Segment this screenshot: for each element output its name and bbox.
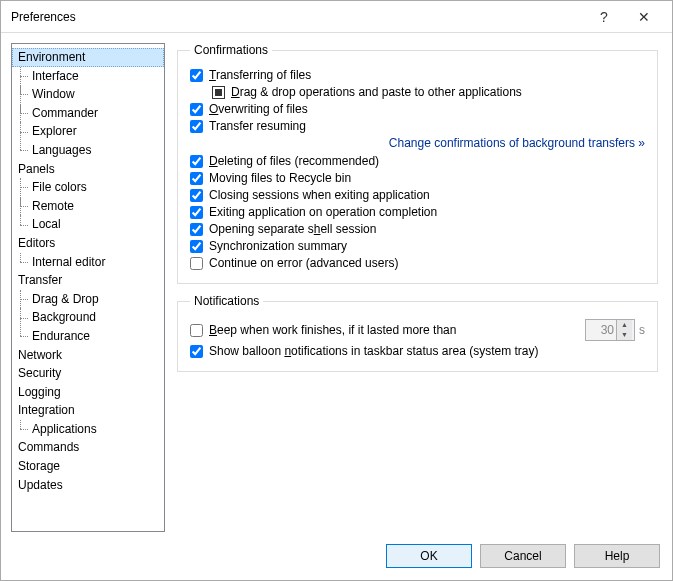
lbl-closing: Closing sessions when exiting applicatio…: [209, 188, 430, 202]
chk-transferring[interactable]: [190, 69, 203, 82]
unit-label: s: [639, 323, 645, 337]
tree-interface[interactable]: Interface: [12, 67, 164, 86]
chk-deleting[interactable]: [190, 155, 203, 168]
tree-internal-editor[interactable]: Internal editor: [12, 253, 164, 272]
tree-languages[interactable]: Languages: [12, 141, 164, 160]
chk-overwriting[interactable]: [190, 103, 203, 116]
lbl-sync: Synchronization summary: [209, 239, 347, 253]
lbl-beep: Beep when work finishes, if it lasted mo…: [209, 323, 456, 337]
tree-storage[interactable]: Storage: [12, 457, 164, 476]
tree-window[interactable]: Window: [12, 85, 164, 104]
help-icon[interactable]: ?: [584, 2, 624, 32]
tree-endurance[interactable]: Endurance: [12, 327, 164, 346]
chk-sync[interactable]: [190, 240, 203, 253]
lbl-overwriting: Overwriting of files: [209, 102, 308, 116]
tree-integration[interactable]: Integration: [12, 401, 164, 420]
tree-commands[interactable]: Commands: [12, 438, 164, 457]
tree-logging[interactable]: Logging: [12, 383, 164, 402]
chk-beep[interactable]: [190, 324, 203, 337]
dialog-buttons: OK Cancel Help: [1, 532, 672, 580]
confirmations-legend: Confirmations: [190, 43, 272, 57]
tree-security[interactable]: Security: [12, 364, 164, 383]
lbl-moving: Moving files to Recycle bin: [209, 171, 351, 185]
chk-dragdrop[interactable]: [212, 86, 225, 99]
ok-button[interactable]: OK: [386, 544, 472, 568]
notifications-legend: Notifications: [190, 294, 263, 308]
tree-file-colors[interactable]: File colors: [12, 178, 164, 197]
lbl-dragdrop: Drag & drop operations and paste to othe…: [231, 85, 522, 99]
preferences-dialog: Preferences ? ✕ Environment Interface Wi…: [0, 0, 673, 581]
tree-background[interactable]: Background: [12, 308, 164, 327]
tree-transfer[interactable]: Transfer: [12, 271, 164, 290]
chk-moving[interactable]: [190, 172, 203, 185]
spin-down-icon[interactable]: ▼: [617, 330, 632, 340]
tree-explorer[interactable]: Explorer: [12, 122, 164, 141]
chk-shell[interactable]: [190, 223, 203, 236]
spin-up-icon[interactable]: ▲: [617, 320, 632, 330]
tree-applications[interactable]: Applications: [12, 420, 164, 439]
tree-network[interactable]: Network: [12, 346, 164, 365]
beep-seconds-spinner[interactable]: ▲▼: [585, 319, 635, 341]
tree-editors[interactable]: Editors: [12, 234, 164, 253]
tree-updates[interactable]: Updates: [12, 476, 164, 495]
confirmations-group: Confirmations Transferring of files Drag…: [177, 43, 658, 284]
tree-environment[interactable]: Environment: [12, 48, 164, 67]
chk-closing[interactable]: [190, 189, 203, 202]
lbl-transferring: Transferring of files: [209, 68, 311, 82]
beep-seconds-input[interactable]: [586, 323, 616, 337]
window-title: Preferences: [11, 10, 76, 24]
tree-local[interactable]: Local: [12, 215, 164, 234]
close-icon[interactable]: ✕: [624, 2, 664, 32]
link-bg-transfers[interactable]: Change confirmations of background trans…: [190, 136, 645, 150]
tree-drag-drop[interactable]: Drag & Drop: [12, 290, 164, 309]
chk-exiting[interactable]: [190, 206, 203, 219]
chk-resuming[interactable]: [190, 120, 203, 133]
tree-remote[interactable]: Remote: [12, 197, 164, 216]
titlebar: Preferences ? ✕: [1, 1, 672, 33]
lbl-resuming: Transfer resuming: [209, 119, 306, 133]
nav-tree[interactable]: Environment Interface Window Commander E…: [11, 43, 165, 532]
lbl-balloon: Show balloon notifications in taskbar st…: [209, 344, 539, 358]
lbl-continue: Continue on error (advanced users): [209, 256, 398, 270]
chk-continue[interactable]: [190, 257, 203, 270]
cancel-button[interactable]: Cancel: [480, 544, 566, 568]
chk-balloon[interactable]: [190, 345, 203, 358]
help-button[interactable]: Help: [574, 544, 660, 568]
lbl-exiting: Exiting application on operation complet…: [209, 205, 437, 219]
tree-panels[interactable]: Panels: [12, 160, 164, 179]
lbl-deleting: Deleting of files (recommended): [209, 154, 379, 168]
lbl-shell: Opening separate shell session: [209, 222, 376, 236]
tree-commander[interactable]: Commander: [12, 104, 164, 123]
notifications-group: Notifications Beep when work finishes, i…: [177, 294, 658, 372]
